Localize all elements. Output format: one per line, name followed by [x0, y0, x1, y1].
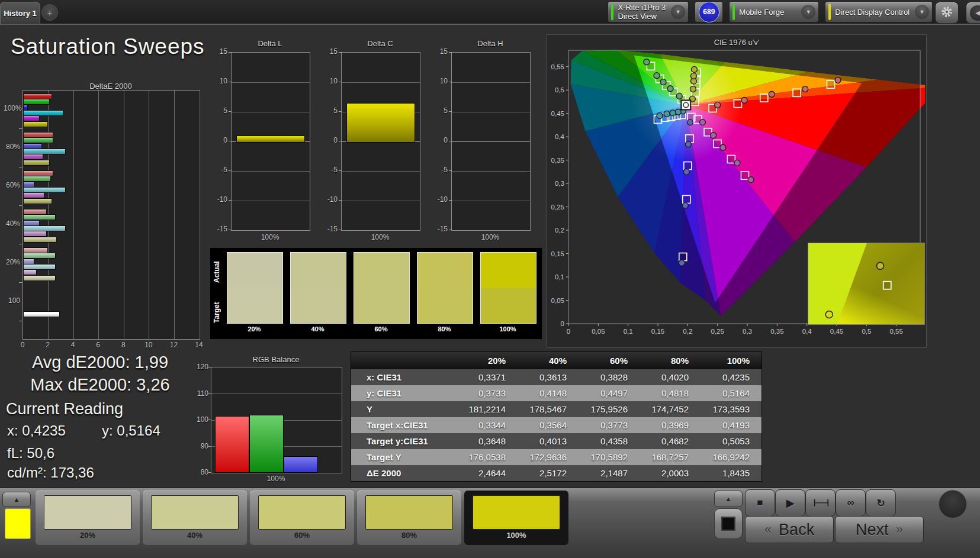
- grid-line: [232, 171, 310, 172]
- y-tick-label: -15: [212, 225, 227, 233]
- delta-bar: [236, 136, 305, 143]
- chevron-left-icon: «: [764, 522, 772, 537]
- target-color: [227, 288, 282, 324]
- axis-tick: [208, 446, 211, 447]
- deltae-bar: [23, 198, 52, 204]
- y-tick-label: -10: [212, 195, 227, 204]
- table-header-row: 20%40%60%80%100%: [351, 352, 761, 369]
- y-tick-label: -15: [432, 225, 448, 233]
- collapse-panel-button[interactable]: ◀: [966, 2, 980, 24]
- swatch-label: 40%: [290, 325, 346, 333]
- badge-count: 689: [699, 2, 719, 22]
- cie-1976-chart-panel: CIE 1976 u'v' 000,050,050,10,10,150,150,…: [547, 34, 927, 348]
- pattern-button-80%[interactable]: 80%: [357, 491, 461, 545]
- table-cell: 0,4013: [518, 436, 579, 446]
- measured-point-blue: [687, 120, 693, 125]
- grid-line: [452, 201, 530, 201]
- x-tick-label: 0: [15, 341, 30, 349]
- scroll-up-button[interactable]: ▲: [2, 492, 31, 507]
- settings-button[interactable]: [935, 2, 959, 24]
- top-bar: History 1 + X-Rite i1Pro 3Direct View ▼ …: [0, 0, 980, 25]
- column-header: 20%: [457, 356, 518, 366]
- avg-de2000-stat: Avg dE2000: 1,99: [8, 353, 192, 372]
- target-square-red: [827, 80, 834, 88]
- meter-direct-display-control[interactable]: Direct Display Control ▼: [825, 1, 933, 22]
- axis-tick: [229, 82, 232, 82]
- table-cell: 0,5053: [701, 436, 761, 446]
- row-label: y: CIE31: [351, 388, 457, 398]
- chevron-down-icon[interactable]: ▼: [915, 5, 929, 19]
- x-axis-label: 100%: [451, 233, 529, 241]
- pattern-button-40%[interactable]: 40%: [143, 491, 247, 545]
- svg-text:0,05: 0,05: [592, 328, 605, 335]
- svg-text:0,25: 0,25: [711, 328, 724, 335]
- svg-text:0,3: 0,3: [743, 328, 752, 335]
- pattern-button-20%[interactable]: 20%: [36, 491, 140, 545]
- actual-color: [291, 253, 346, 288]
- target-row-label: Target: [213, 293, 222, 332]
- continuous-button[interactable]: ∞: [836, 489, 866, 517]
- chevron-down-icon[interactable]: ▼: [801, 5, 815, 19]
- rgb-bar-red: [215, 416, 249, 473]
- y-tick-label: 90: [193, 442, 208, 450]
- axis-tick: [449, 230, 452, 230]
- pattern-window-button[interactable]: ⊢⊣: [805, 489, 836, 517]
- pattern-button-60%[interactable]: 60%: [250, 491, 354, 545]
- y-tick-label: 0: [432, 136, 448, 144]
- next-button[interactable]: Next »: [835, 516, 924, 543]
- tab-history-1[interactable]: History 1: [0, 2, 40, 24]
- chevron-down-icon[interactable]: ▼: [671, 5, 685, 19]
- delta-lch-charts: Delta L151050-5-10-15100%Delta C151050-5…: [212, 37, 536, 245]
- deltae-bar: [23, 237, 57, 243]
- refresh-button[interactable]: ↻: [866, 489, 896, 517]
- delta-bar: [346, 103, 415, 143]
- y-tick-label: 15: [432, 47, 448, 56]
- table-cell: 1,8435: [701, 468, 761, 478]
- grid-line: [342, 82, 420, 83]
- group-label: 80%: [4, 143, 20, 151]
- table-row: Target x:CIE310,33440,35640,37730,39690,…: [351, 417, 761, 433]
- pattern-window-button[interactable]: [714, 508, 743, 539]
- delta-plot: [341, 52, 420, 231]
- y-tick-label: 0: [322, 136, 338, 144]
- deltae-bar: [23, 231, 47, 237]
- svg-text:0,4: 0,4: [555, 133, 565, 140]
- add-tab-button[interactable]: +: [41, 4, 58, 21]
- pattern-button-100%[interactable]: 100%: [464, 491, 568, 545]
- meter-xrite[interactable]: X-Rite i1Pro 3Direct View ▼: [608, 1, 689, 22]
- y-tick-label: 5: [212, 107, 227, 115]
- grid-line: [124, 91, 124, 339]
- target-square-magenta: [727, 156, 735, 163]
- deltae-bar: [23, 275, 56, 281]
- deltae-bar: [23, 137, 53, 143]
- group-label: 20%: [4, 258, 20, 266]
- y-tick-label: 5: [322, 107, 338, 115]
- play-button[interactable]: ▶: [775, 489, 805, 517]
- measurement-table: 20%40%60%80%100%x: CIE310,33710,36130,38…: [351, 351, 762, 482]
- actual-color: [227, 253, 282, 288]
- grid-line: [174, 91, 175, 339]
- meter-mobile-forge[interactable]: Mobile Forge ▼: [729, 1, 819, 22]
- svg-text:0,2: 0,2: [683, 328, 692, 335]
- axis-tick: [19, 244, 22, 244]
- column-header: 100%: [701, 356, 761, 366]
- record-indicator[interactable]: [939, 490, 967, 518]
- table-cell: 0,3564: [518, 420, 579, 430]
- grid-line: [211, 393, 342, 394]
- table-cell: 0,4193: [701, 420, 761, 430]
- grid-line: [452, 171, 530, 172]
- axis-tick: [229, 111, 232, 112]
- cdm2-reading: cd/m²: 173,36: [7, 465, 94, 481]
- axis-tick: [19, 321, 22, 321]
- pattern-size-up-button[interactable]: ▲: [714, 491, 743, 507]
- back-button[interactable]: « Back: [745, 516, 834, 543]
- stop-button[interactable]: ■: [745, 489, 775, 517]
- pattern-swatch: [365, 495, 453, 530]
- refresh-icon: ↻: [876, 497, 885, 509]
- table-cell: 0,3648: [457, 436, 518, 446]
- axis-tick: [229, 230, 232, 230]
- y-tick-label: 120: [193, 363, 208, 371]
- axis-tick: [229, 141, 232, 141]
- table-cell: 0,3828: [579, 372, 640, 382]
- swatch-label: 60%: [353, 325, 409, 333]
